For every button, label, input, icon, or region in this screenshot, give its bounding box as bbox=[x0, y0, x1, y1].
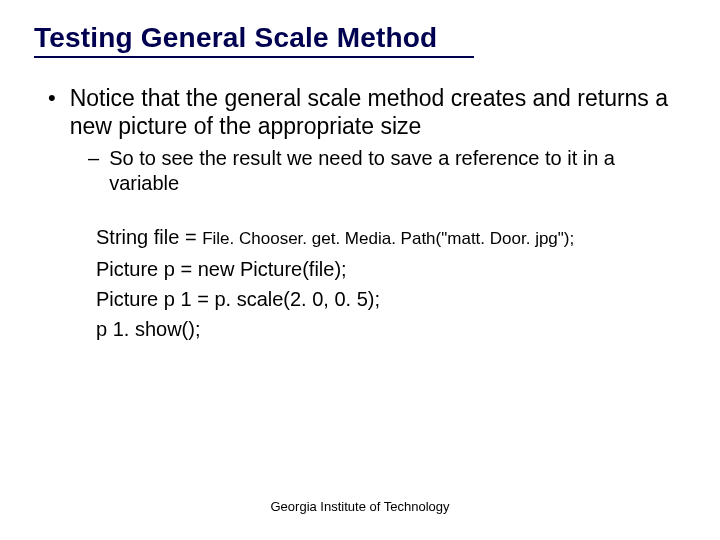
bullet-dash-icon: – bbox=[88, 146, 99, 171]
bullet-main-text: Notice that the general scale method cre… bbox=[70, 84, 686, 140]
bullet-dot-icon: • bbox=[48, 84, 56, 112]
title-underline: Testing General Scale Method bbox=[34, 22, 474, 58]
slide-title: Testing General Scale Method bbox=[34, 22, 474, 54]
bullet-level-2: – So to see the result we need to save a… bbox=[88, 146, 686, 196]
bullet-sub-text: So to see the result we need to save a r… bbox=[109, 146, 686, 196]
slide-content: • Notice that the general scale method c… bbox=[34, 84, 686, 344]
code-block: String file = File. Chooser. get. Media.… bbox=[96, 222, 686, 344]
code-line-4: p 1. show(); bbox=[96, 314, 686, 344]
code-line-2: Picture p = new Picture(file); bbox=[96, 254, 686, 284]
code-line-3: Picture p 1 = p. scale(2. 0, 0. 5); bbox=[96, 284, 686, 314]
code-line-1-call: File. Chooser. get. Media. Path("matt. D… bbox=[202, 229, 574, 248]
code-line-1-prefix: String file = bbox=[96, 226, 202, 248]
slide: Testing General Scale Method • Notice th… bbox=[0, 0, 720, 540]
bullet-level-1: • Notice that the general scale method c… bbox=[40, 84, 686, 140]
slide-footer: Georgia Institute of Technology bbox=[0, 499, 720, 514]
code-line-1: String file = File. Chooser. get. Media.… bbox=[96, 222, 686, 254]
